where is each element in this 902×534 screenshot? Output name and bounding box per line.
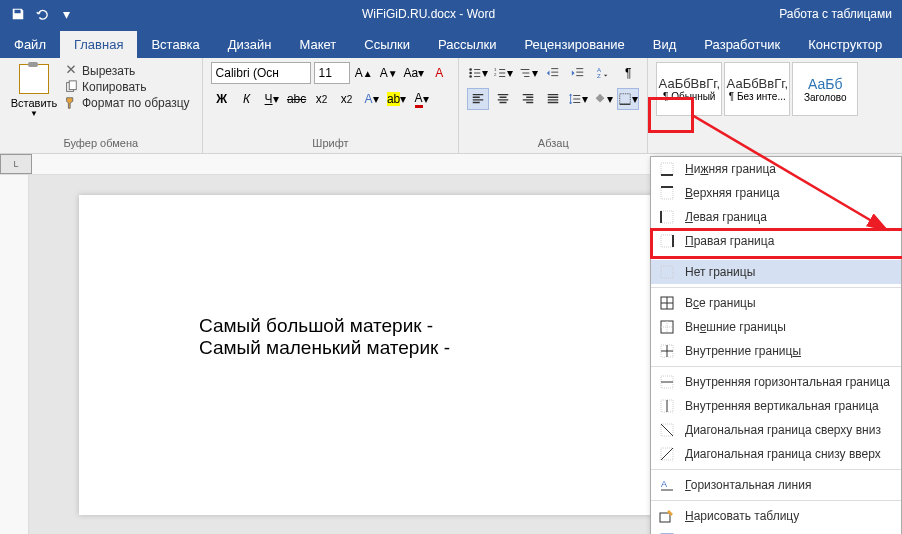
border-inside-item[interactable]: Внутренние границы — [651, 339, 901, 363]
tab-developer[interactable]: Разработчик — [690, 31, 794, 58]
border-inside-h-item[interactable]: Внутренняя горизонтальная граница — [651, 370, 901, 394]
dropdown-separator — [651, 469, 901, 470]
undo-button[interactable] — [30, 2, 54, 26]
dropdown-separator — [651, 287, 901, 288]
ribbon-tabs: Файл Главная Вставка Дизайн Макет Ссылки… — [0, 28, 902, 58]
shading-button[interactable]: ▾ — [592, 88, 614, 110]
text-effects-button[interactable]: A▾ — [361, 88, 383, 110]
tab-table-layout[interactable]: Ма — [896, 31, 902, 58]
dropdown-separator — [651, 256, 901, 257]
group-label-paragraph: Абзац — [467, 137, 639, 151]
context-tab-label: Работа с таблицами — [779, 7, 902, 21]
paste-button[interactable]: Вставить ▼ — [8, 62, 60, 120]
svg-rect-13 — [661, 235, 673, 247]
ruler-vertical[interactable] — [0, 175, 29, 534]
qat-customize-button[interactable]: ▾ — [54, 2, 78, 26]
tab-references[interactable]: Ссылки — [350, 31, 424, 58]
style-heading1[interactable]: АаБбЗаголово — [792, 62, 858, 116]
svg-rect-9 — [620, 94, 631, 105]
view-gridlines-item[interactable]: Отобразить сетку — [651, 528, 901, 534]
bullets-button[interactable]: ▾ — [467, 62, 489, 84]
tab-table-design[interactable]: Конструктор — [794, 31, 896, 58]
font-color-button[interactable]: A▾ — [411, 88, 433, 110]
align-right-button[interactable] — [517, 88, 539, 110]
group-paragraph: ▾ 12▾ ▾ AZ ¶ ▾ ▾ ▾ Абзац — [459, 58, 648, 153]
increase-indent-button[interactable] — [567, 62, 589, 84]
ruler-corner[interactable]: L — [0, 154, 32, 174]
borders-button[interactable]: ▾ — [617, 88, 639, 110]
svg-point-2 — [470, 68, 473, 71]
tab-home[interactable]: Главная — [60, 31, 137, 58]
style-normal[interactable]: АаБбВвГг,¶ Обычный — [656, 62, 722, 116]
show-marks-button[interactable]: ¶ — [617, 62, 639, 84]
svg-rect-12 — [661, 211, 673, 223]
tab-insert[interactable]: Вставка — [137, 31, 213, 58]
line-spacing-button[interactable]: ▾ — [567, 88, 589, 110]
tab-review[interactable]: Рецензирование — [510, 31, 638, 58]
group-label-font: Шрифт — [211, 137, 451, 151]
draw-table-item[interactable]: Нарисовать таблицу — [651, 504, 901, 528]
save-button[interactable] — [6, 2, 30, 26]
font-size-combo[interactable]: 11 — [314, 62, 350, 84]
sort-button[interactable]: AZ — [592, 62, 614, 84]
border-diag-up-item[interactable]: Диагональная граница снизу вверх — [651, 442, 901, 466]
clear-formatting-button[interactable]: A — [428, 62, 450, 84]
decrease-indent-button[interactable] — [542, 62, 564, 84]
border-left-item[interactable]: Левая граница — [651, 205, 901, 229]
border-top-item[interactable]: Верхняя граница — [651, 181, 901, 205]
bold-button[interactable]: Ж — [211, 88, 233, 110]
shrink-font-button[interactable]: A▼ — [378, 62, 400, 84]
clipboard-items: Вырезать Копировать Формат по образцу — [60, 62, 194, 120]
horizontal-line-item[interactable]: AГоризонтальная линия — [651, 473, 901, 497]
change-case-button[interactable]: Aa▾ — [403, 62, 426, 84]
group-label-clipboard: Буфер обмена — [8, 137, 194, 151]
svg-rect-14 — [661, 266, 673, 278]
border-bottom-item[interactable]: Нижняя граница — [651, 157, 901, 181]
group-styles: АаБбВвГг,¶ Обычный АаБбВвГг,¶ Без инте..… — [648, 58, 866, 153]
border-none-item[interactable]: Нет границы — [651, 260, 901, 284]
font-name-combo[interactable]: Calibri (Осн — [211, 62, 311, 84]
highlight-button[interactable]: ab▾ — [386, 88, 408, 110]
copy-button[interactable]: Копировать — [64, 80, 190, 94]
dropdown-separator — [651, 366, 901, 367]
window-title: WiFiGiD.RU.docx - Word — [78, 7, 779, 21]
multilevel-list-button[interactable]: ▾ — [517, 62, 539, 84]
tab-layout[interactable]: Макет — [285, 31, 350, 58]
tab-design[interactable]: Дизайн — [214, 31, 286, 58]
svg-point-4 — [470, 75, 473, 78]
paste-icon — [19, 64, 49, 94]
italic-button[interactable]: К — [236, 88, 258, 110]
svg-rect-1 — [69, 81, 76, 90]
cut-button[interactable]: Вырезать — [64, 64, 190, 78]
tab-mailings[interactable]: Рассылки — [424, 31, 510, 58]
svg-point-3 — [470, 72, 473, 75]
quick-access-toolbar: ▾ — [0, 2, 78, 26]
svg-text:Z: Z — [597, 72, 601, 79]
format-painter-button[interactable]: Формат по образцу — [64, 96, 190, 110]
ribbon: Вставить ▼ Вырезать Копировать Формат по… — [0, 58, 902, 154]
tab-file[interactable]: Файл — [0, 31, 60, 58]
underline-button[interactable]: Ч▾ — [261, 88, 283, 110]
strikethrough-button[interactable]: abc — [286, 88, 308, 110]
align-left-button[interactable] — [467, 88, 489, 110]
subscript-button[interactable]: x2 — [311, 88, 333, 110]
group-clipboard: Вставить ▼ Вырезать Копировать Формат по… — [0, 58, 203, 153]
tab-view[interactable]: Вид — [639, 31, 691, 58]
dropdown-separator — [651, 500, 901, 501]
svg-text:2: 2 — [494, 72, 497, 77]
numbering-button[interactable]: 12▾ — [492, 62, 514, 84]
justify-button[interactable] — [542, 88, 564, 110]
border-inside-v-item[interactable]: Внутренняя вертикальная граница — [651, 394, 901, 418]
border-diag-down-item[interactable]: Диагональная граница сверху вниз — [651, 418, 901, 442]
border-right-item[interactable]: Правая граница — [651, 229, 901, 253]
svg-rect-23 — [660, 513, 670, 522]
border-outside-item[interactable]: Внешние границы — [651, 315, 901, 339]
borders-dropdown: Нижняя граница Верхняя граница Левая гра… — [650, 156, 902, 534]
superscript-button[interactable]: x2 — [336, 88, 358, 110]
svg-text:A: A — [661, 479, 667, 489]
border-all-item[interactable]: Все границы — [651, 291, 901, 315]
grow-font-button[interactable]: A▲ — [353, 62, 375, 84]
style-no-spacing[interactable]: АаБбВвГг,¶ Без инте... — [724, 62, 790, 116]
group-font: Calibri (Осн 11 A▲ A▼ Aa▾ A Ж К Ч▾ abc x… — [203, 58, 460, 153]
align-center-button[interactable] — [492, 88, 514, 110]
